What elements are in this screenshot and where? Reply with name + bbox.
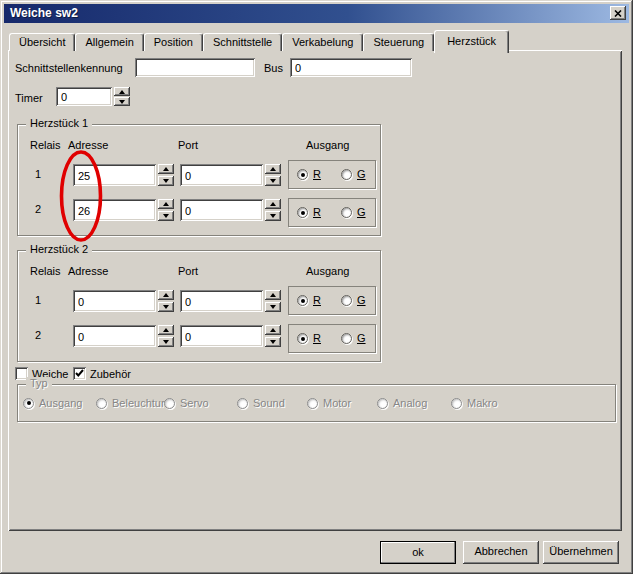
tab-verkabelung[interactable]: Verkabelung <box>282 33 363 51</box>
apply-button[interactable]: Übernehmen <box>543 541 619 564</box>
bus-input[interactable] <box>290 58 412 77</box>
spinner-down-button[interactable] <box>158 302 174 312</box>
arrow-down-icon <box>163 305 169 309</box>
h2-row1-adresse-input[interactable] <box>73 290 156 312</box>
tab-strip: Übersicht Allgemein Position Schnittstel… <box>9 29 509 52</box>
h2-row1-ausgang-g-radio[interactable] <box>341 295 352 306</box>
close-button[interactable] <box>610 6 626 20</box>
spinner-up-button[interactable] <box>158 290 174 300</box>
typ-makro-label: Makro <box>467 397 498 409</box>
relais-number: 2 <box>35 329 41 341</box>
h2-row2-port-spinner <box>265 325 281 347</box>
spinner-up-button[interactable] <box>265 290 281 300</box>
typ-analog-label: Analog <box>393 397 427 409</box>
ok-button[interactable]: ok <box>380 541 456 564</box>
spinner-up-button[interactable] <box>265 199 281 209</box>
h2-row1-ausgang-r-radio[interactable] <box>297 295 308 306</box>
h1-row1-adresse-input[interactable] <box>73 164 156 186</box>
h1-row1-ausgang-g-radio[interactable] <box>341 169 352 180</box>
arrow-up-icon <box>270 328 276 332</box>
relais-number: 1 <box>35 168 41 180</box>
spinner-down-button[interactable] <box>158 211 174 221</box>
h1-row1-ausgang-r-radio[interactable] <box>297 169 308 180</box>
spinner-down-button[interactable] <box>158 337 174 347</box>
relais-column-header: Relais <box>30 265 61 277</box>
adresse-column-header: Adresse <box>68 265 108 277</box>
tab-position[interactable]: Position <box>144 33 203 51</box>
arrow-down-icon <box>270 305 276 309</box>
arrow-down-icon <box>163 179 169 183</box>
spinner-up-button[interactable] <box>158 199 174 209</box>
ausgang-g-label: G <box>357 206 366 218</box>
spinner-down-button[interactable] <box>265 211 281 221</box>
spinner-up-button[interactable] <box>158 325 174 335</box>
h1-row2-ausgang-group: R G <box>288 198 376 227</box>
ausgang-g-label: G <box>357 332 366 344</box>
typ-analog-radio[interactable] <box>377 398 388 409</box>
h1-row2-ausgang-r-radio[interactable] <box>297 207 308 218</box>
herzstueck1-group: Herzstück 1 Relais Adresse Port Ausgang … <box>17 124 381 236</box>
h1-row2-adresse-input[interactable] <box>73 199 156 221</box>
spinner-up-button[interactable] <box>158 164 174 174</box>
herzstueck2-group: Herzstück 2 Relais Adresse Port Ausgang … <box>17 250 381 362</box>
h1-row1-port-spinner <box>265 164 281 186</box>
port-column-header: Port <box>178 265 198 277</box>
h2-row2-ausgang-g-radio[interactable] <box>341 333 352 344</box>
tab-schnittstelle[interactable]: Schnittstelle <box>203 33 282 51</box>
port-column-header: Port <box>178 139 198 151</box>
h1-row2-port-spinner <box>265 199 281 221</box>
spinner-down-button[interactable] <box>265 176 281 186</box>
typ-option-beleuchtung: Beleuchtung <box>96 397 173 409</box>
zubehoer-checkbox[interactable] <box>73 367 86 380</box>
typ-ausgang-label: Ausgang <box>39 397 82 409</box>
typ-beleuchtung-radio[interactable] <box>96 398 107 409</box>
h2-row2-port-input[interactable] <box>180 325 263 347</box>
spinner-up-button[interactable] <box>265 164 281 174</box>
arrow-down-icon <box>270 214 276 218</box>
typ-ausgang-radio[interactable] <box>23 398 34 409</box>
tab-allgemein[interactable]: Allgemein <box>75 33 143 51</box>
typ-option-makro: Makro <box>451 397 498 409</box>
spinner-down-button[interactable] <box>158 176 174 186</box>
typ-option-ausgang: Ausgang <box>23 397 82 409</box>
h1-row2-port-input[interactable] <box>180 199 263 221</box>
typ-makro-radio[interactable] <box>451 398 462 409</box>
typ-sound-radio[interactable] <box>237 398 248 409</box>
cancel-button[interactable]: Abbrechen <box>463 541 539 564</box>
typ-option-servo: Servo <box>164 397 209 409</box>
timer-label: Timer <box>15 92 43 104</box>
h1-row1-ausgang-group: R G <box>288 160 376 189</box>
timer-spinner-down-button[interactable] <box>114 97 130 106</box>
spinner-down-button[interactable] <box>265 337 281 347</box>
spinner-down-button[interactable] <box>265 302 281 312</box>
titlebar[interactable]: Weiche sw2 <box>4 4 629 23</box>
bus-label: Bus <box>264 62 283 74</box>
typ-sound-label: Sound <box>253 397 285 409</box>
tab-uebersicht[interactable]: Übersicht <box>9 33 75 51</box>
h1-row1-adresse-spinner <box>158 164 174 186</box>
arrow-up-icon <box>270 202 276 206</box>
timer-input[interactable] <box>56 87 112 106</box>
h2-row2-adresse-input[interactable] <box>73 325 156 347</box>
h2-row2-ausgang-r-radio[interactable] <box>297 333 308 344</box>
ausgang-column-header: Ausgang <box>306 139 349 151</box>
relais-number: 1 <box>35 294 41 306</box>
relais-number: 2 <box>35 203 41 215</box>
h2-row2-ausgang-group: R G <box>288 324 376 353</box>
typ-option-analog: Analog <box>377 397 427 409</box>
zubehoer-checkbox-label: Zubehör <box>90 368 131 380</box>
spinner-up-button[interactable] <box>265 325 281 335</box>
tab-herzstueck[interactable]: Herzstück <box>434 30 509 53</box>
timer-spinner-up-button[interactable] <box>114 87 130 96</box>
typ-servo-radio[interactable] <box>164 398 175 409</box>
h1-row1-port-input[interactable] <box>180 164 263 186</box>
schnittstellenkennung-input[interactable] <box>135 58 255 77</box>
arrow-down-icon <box>119 100 125 104</box>
relais-column-header: Relais <box>30 139 61 151</box>
h2-row1-port-input[interactable] <box>180 290 263 312</box>
tab-steuerung[interactable]: Steuerung <box>363 33 434 51</box>
h1-row2-ausgang-g-radio[interactable] <box>341 207 352 218</box>
arrow-up-icon <box>163 328 169 332</box>
typ-motor-radio[interactable] <box>307 398 318 409</box>
herzstueck1-group-title: Herzstück 1 <box>26 117 92 129</box>
